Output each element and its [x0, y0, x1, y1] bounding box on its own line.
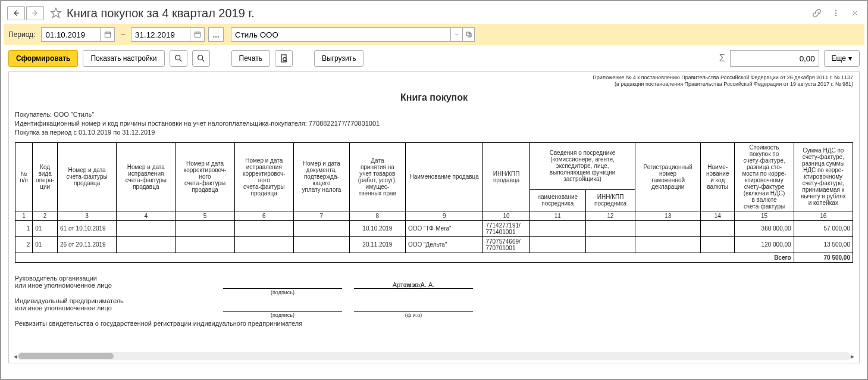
sig-ip1: Индивидуальный предприниматель: [15, 297, 217, 304]
col-num-3: 3: [58, 211, 117, 220]
col-num-4: 4: [117, 211, 176, 220]
col-num-15: 15: [735, 211, 794, 220]
total-label: Всего: [15, 253, 794, 262]
col-num-11: 11: [529, 211, 585, 220]
col-intermed-name: наименование посредника: [529, 190, 585, 211]
export-button[interactable]: Выгрузить: [314, 50, 364, 67]
svg-point-0: [835, 10, 836, 11]
col-num-8: 8: [349, 211, 405, 220]
appendix-text: Приложение № 4 к постановлению Правитель…: [15, 74, 853, 88]
sig-director1: Руководитель организации: [15, 275, 217, 282]
find-button[interactable]: [170, 50, 187, 67]
col-inn: ИНН/КПП продавца: [483, 142, 529, 211]
svg-rect-3: [105, 32, 110, 38]
svg-point-2: [835, 15, 836, 16]
col-intermed-inn: ИНН/КПП посредника: [585, 190, 635, 211]
col-num-1: 1: [15, 211, 33, 220]
period-picker-button[interactable]: ...: [208, 27, 224, 42]
col-code: Код вида опера- ции: [33, 142, 58, 211]
col-corr: Номер и дата исправления счета-фактуры п…: [117, 142, 176, 211]
col-num-7: 7: [293, 211, 349, 220]
buyer-info: Покупатель: ООО "Стиль" Идентификационны…: [15, 110, 853, 138]
generate-button[interactable]: Сформировать: [8, 50, 78, 67]
close-icon[interactable]: [849, 7, 861, 19]
col-num-13: 13: [635, 211, 701, 220]
sig-line-2: (подпись): [223, 311, 342, 312]
back-button[interactable]: [7, 6, 25, 20]
sig-ip2: или иное уполномоченное лицо: [15, 304, 217, 312]
period-dash: –: [121, 30, 125, 39]
col-num-9: 9: [405, 211, 483, 220]
more-icon[interactable]: [830, 7, 842, 19]
svg-point-6: [175, 55, 180, 60]
col-num-6: 6: [234, 211, 293, 220]
col-num-2: 2: [33, 211, 58, 220]
col-kor: Номер и дата корректировоч- ного счета-ф…: [176, 142, 234, 211]
sig-name-2: (ф.и.о): [354, 311, 473, 312]
svg-point-9: [283, 58, 286, 61]
col-num-10: 10: [483, 211, 529, 220]
purchase-book-table: № п/п Код вида опера- ции Номер и дата с…: [15, 142, 853, 263]
svg-point-1: [835, 13, 836, 14]
horizontal-scrollbar[interactable]: ◄ ►: [17, 352, 851, 360]
link-icon[interactable]: [811, 7, 823, 19]
col-cost: Стоимость покупок по счету-фактуре, разн…: [735, 142, 794, 211]
col-num-14: 14: [700, 211, 734, 220]
sig-name-1: Артемов А. А.(ф.и.о): [354, 281, 473, 289]
org-dropdown-button[interactable]: [451, 27, 463, 42]
svg-rect-4: [195, 32, 200, 38]
sig-line-1: (подпись): [223, 288, 342, 289]
window-title: Книга покупок за 4 квартал 2019 г.: [67, 7, 255, 20]
expand-groups-button[interactable]: [192, 50, 210, 67]
sig-director2: или иное уполномоченное лицо: [15, 282, 217, 289]
calendar-to-button[interactable]: [190, 27, 205, 42]
period-from-input[interactable]: [41, 27, 101, 42]
col-vat: Сумма НДС по счету-фактуре, разница сумм…: [794, 142, 853, 211]
col-num-5: 5: [176, 211, 234, 220]
sum-input[interactable]: [730, 50, 819, 67]
more-button[interactable]: Еще ▾: [824, 50, 860, 67]
filter-bar: Период: – ...: [4, 24, 864, 45]
col-pay: Номер и дата документа, подтвержда- ющег…: [293, 142, 349, 211]
col-intermed-top: Сведения о посреднике (комиссионере, аге…: [529, 142, 635, 189]
show-settings-button[interactable]: Показать настройки: [83, 50, 164, 67]
sig-rekv: Реквизиты свидетельства о государственно…: [15, 320, 853, 327]
table-row[interactable]: 10161 от 10.10.201910.10.2019ООО "ТФ-Mer…: [15, 220, 853, 236]
col-seller: Наименование продавца: [405, 142, 483, 211]
col-num-12: 12: [585, 211, 635, 220]
print-preview-button[interactable]: [275, 50, 293, 67]
col-curr: Наиме- нование и код валюты: [700, 142, 734, 211]
sum-icon: Σ: [719, 53, 725, 64]
org-open-button[interactable]: [463, 27, 475, 42]
svg-rect-5: [466, 32, 470, 36]
forward-button[interactable]: [26, 6, 44, 20]
col-decl: Регистрационный номер таможенной деклара…: [635, 142, 701, 211]
col-num: № п/п: [15, 142, 33, 211]
col-sf: Номер и дата счета-фактуры продавца: [58, 142, 117, 211]
favorite-icon[interactable]: [49, 6, 63, 20]
period-to-input[interactable]: [131, 27, 190, 42]
calendar-from-button[interactable]: [101, 27, 115, 42]
report-area: Приложение № 4 к постановлению Правитель…: [8, 71, 860, 363]
period-label: Период:: [8, 30, 35, 39]
org-select-input[interactable]: [231, 27, 451, 42]
col-date: Дата принятия на учет товаров (работ, ус…: [349, 142, 405, 211]
col-korfix: Номер и дата исправления корректировоч- …: [234, 142, 293, 211]
table-row[interactable]: 20126 от 20.11.201920.11.2019ООО "Дельта…: [15, 236, 853, 253]
total-vat: 70 500,00: [794, 253, 853, 262]
report-title: Книга покупок: [15, 92, 853, 103]
print-button[interactable]: Печать: [231, 50, 270, 67]
col-num-16: 16: [794, 211, 853, 220]
